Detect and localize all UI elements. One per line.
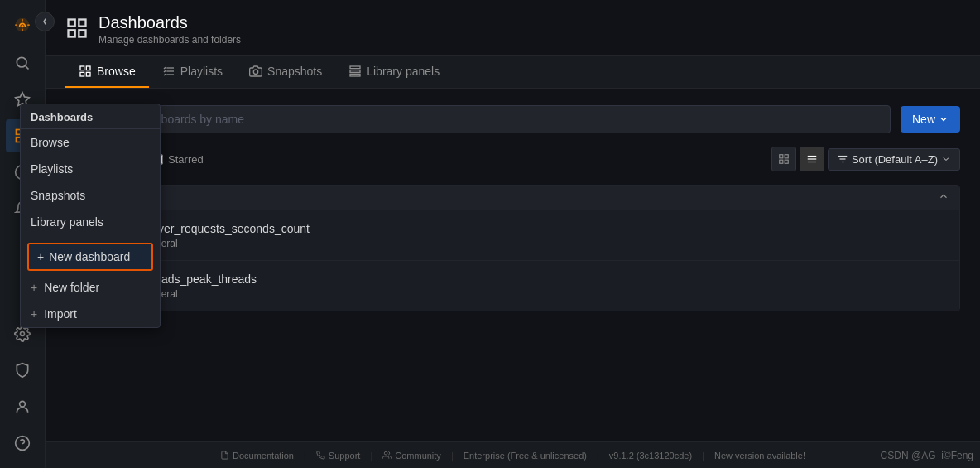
footer-version-label: v9.1.2 (3c13120cde) xyxy=(609,451,692,461)
dashboards-dropdown: Dashboards Browse Playlists Snapshots Li… xyxy=(20,104,161,328)
new-dashboard-button[interactable]: + New dashboard xyxy=(27,243,153,271)
page-header-text: Dashboards Manage dashboards and folders xyxy=(98,13,241,46)
footer-sep-2: | xyxy=(370,451,372,461)
import-label: Import xyxy=(44,307,77,321)
svg-rect-15 xyxy=(69,30,75,36)
new-folder-icon: + xyxy=(31,281,37,294)
dashboard-info-2: y_threads_peak_threads General xyxy=(129,273,946,300)
collapse-icon[interactable] xyxy=(938,191,949,205)
svg-rect-17 xyxy=(80,66,84,70)
tab-browse[interactable]: Browse xyxy=(65,56,149,88)
svg-point-2 xyxy=(17,57,26,67)
dashboard-list: b_server_requests_seconds_count General … xyxy=(65,185,960,311)
svg-rect-19 xyxy=(80,72,84,76)
import-button[interactable]: + Import xyxy=(21,301,160,327)
footer-sep-4: | xyxy=(597,451,599,461)
sidebar-item-shield[interactable] xyxy=(6,354,39,387)
starred-label: Starred xyxy=(168,153,204,166)
view-buttons: Sort (Default A–Z) xyxy=(771,147,960,171)
svg-rect-31 xyxy=(780,160,783,163)
dropdown-snapshots-label: Snapshots xyxy=(31,189,85,202)
footer-sep-5: | xyxy=(702,451,704,461)
tab-library-panels[interactable]: Library panels xyxy=(335,56,453,88)
svg-rect-29 xyxy=(780,155,783,158)
page-title: Dashboards xyxy=(98,13,241,32)
watermark: CSDN @AG_i©Feng xyxy=(881,450,973,461)
search-bar: New xyxy=(65,105,960,133)
import-icon: + xyxy=(31,307,37,321)
dashboard-info-1: b_server_requests_seconds_count General xyxy=(129,222,946,249)
footer-enterprise-label: Enterprise (Free & unlicensed) xyxy=(464,451,587,461)
main-content: Dashboards Manage dashboards and folders… xyxy=(46,0,980,468)
page-header: Dashboards Manage dashboards and folders xyxy=(46,0,980,56)
new-dashboard-icon: + xyxy=(37,250,44,263)
footer-support-label: Support xyxy=(329,451,361,461)
footer-sep-1: | xyxy=(304,451,306,461)
footer-sep-3: | xyxy=(451,451,454,461)
svg-rect-18 xyxy=(86,66,90,70)
new-button-label: New xyxy=(912,113,935,126)
grid-view-button[interactable] xyxy=(771,147,796,171)
search-input[interactable] xyxy=(65,105,891,133)
dashboard-item[interactable]: y_threads_peak_threads General xyxy=(66,261,959,311)
content-area: New All folders Starred xyxy=(46,89,980,468)
dropdown-snapshots[interactable]: Snapshots xyxy=(21,182,160,209)
footer-support[interactable]: Support xyxy=(316,451,361,461)
filter-bar: All folders Starred xyxy=(65,147,960,171)
new-button[interactable]: New xyxy=(901,106,960,133)
tab-library-panels-label: Library panels xyxy=(367,65,440,78)
sidebar-collapse-button[interactable] xyxy=(35,12,55,31)
footer: Documentation | Support | Community | En… xyxy=(46,441,980,468)
tab-playlists-label: Playlists xyxy=(180,65,223,78)
dashboard-folder-1: General xyxy=(129,238,946,249)
tab-snapshots-label: Snapshots xyxy=(267,65,322,78)
new-folder-button[interactable]: + New folder xyxy=(21,274,160,301)
svg-point-9 xyxy=(21,332,25,336)
svg-rect-13 xyxy=(69,20,75,27)
svg-point-10 xyxy=(20,401,26,407)
dropdown-playlists[interactable]: Playlists xyxy=(21,156,160,182)
list-header xyxy=(66,186,959,210)
tabs-bar: Browse Playlists Snapshots Library panel… xyxy=(46,56,980,89)
search-input-wrap xyxy=(65,105,891,133)
svg-rect-14 xyxy=(79,20,85,27)
sort-button[interactable]: Sort (Default A–Z) xyxy=(828,148,960,171)
svg-point-24 xyxy=(253,70,257,74)
page-subtitle: Manage dashboards and folders xyxy=(98,34,241,46)
svg-rect-16 xyxy=(79,30,85,36)
svg-point-1 xyxy=(21,25,23,27)
dashboards-icon xyxy=(65,17,89,42)
dropdown-library-panels-label: Library panels xyxy=(31,215,103,229)
sidebar-item-search[interactable] xyxy=(6,46,39,80)
footer-documentation[interactable]: Documentation xyxy=(220,451,294,461)
dashboard-title-2: y_threads_peak_threads xyxy=(129,273,946,286)
svg-point-39 xyxy=(385,451,388,455)
dropdown-title: Dashboards xyxy=(21,104,160,129)
footer-enterprise[interactable]: Enterprise (Free & unlicensed) xyxy=(464,451,587,461)
sidebar-item-help[interactable] xyxy=(6,427,39,460)
dropdown-library-panels[interactable]: Library panels xyxy=(21,209,160,235)
svg-rect-25 xyxy=(350,66,360,69)
footer-update-label: New version available! xyxy=(714,451,805,461)
dropdown-playlists-label: Playlists xyxy=(31,162,73,176)
footer-version: v9.1.2 (3c13120cde) xyxy=(609,451,692,461)
list-view-button[interactable] xyxy=(800,147,824,171)
svg-rect-27 xyxy=(350,74,360,76)
footer-update[interactable]: New version available! xyxy=(714,451,805,461)
dropdown-divider xyxy=(21,239,160,239)
dashboard-folder-2: General xyxy=(129,288,946,300)
sidebar-item-user[interactable] xyxy=(6,390,39,423)
footer-documentation-label: Documentation xyxy=(233,451,294,461)
grafana-logo[interactable] xyxy=(6,8,39,41)
dropdown-browse[interactable]: Browse xyxy=(21,129,160,156)
dashboard-item[interactable]: b_server_requests_seconds_count General xyxy=(66,210,959,261)
sort-label: Sort (Default A–Z) xyxy=(852,153,938,166)
tab-playlists[interactable]: Playlists xyxy=(149,56,236,88)
svg-rect-30 xyxy=(785,155,788,158)
dropdown-browse-label: Browse xyxy=(31,136,70,149)
footer-community[interactable]: Community xyxy=(382,451,441,461)
new-dashboard-label: New dashboard xyxy=(49,250,130,263)
svg-rect-32 xyxy=(785,160,788,163)
svg-rect-26 xyxy=(350,70,360,73)
tab-snapshots[interactable]: Snapshots xyxy=(236,56,335,88)
